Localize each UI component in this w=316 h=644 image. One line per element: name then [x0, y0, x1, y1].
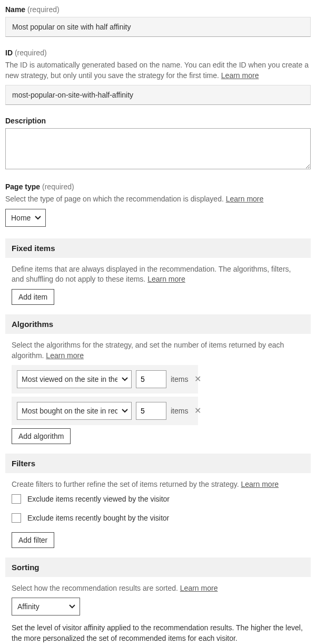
remove-icon[interactable]: ✕: [192, 407, 203, 415]
id-helper: The ID is automatically generated based …: [5, 60, 311, 81]
algorithm-row: Most bought on the site in recent items …: [12, 397, 198, 425]
add-filter-button[interactable]: Add filter: [12, 532, 54, 548]
filters-helper: Create filters to further refine the set…: [12, 479, 304, 490]
items-label: items: [171, 407, 188, 415]
chevron-down-icon: [122, 377, 128, 381]
name-input[interactable]: [5, 17, 311, 37]
add-algorithm-button[interactable]: Add algorithm: [12, 428, 71, 444]
items-label: items: [171, 375, 188, 383]
id-learn-link[interactable]: Learn more: [221, 71, 259, 80]
filters-header: Filters: [5, 454, 311, 473]
id-input[interactable]: [5, 85, 311, 105]
sorting-header: Sorting: [5, 558, 311, 577]
exclude-bought-label: Exclude items recently bought by the vis…: [27, 514, 169, 522]
sorting-select[interactable]: Affinity: [12, 598, 80, 616]
sorting-learn-link[interactable]: Learn more: [180, 584, 218, 592]
fixed-helper: Define items that are always displayed i…: [12, 264, 304, 285]
chevron-down-icon: [69, 604, 75, 609]
description-input[interactable]: [5, 128, 311, 169]
chevron-down-icon: [122, 409, 128, 413]
algorithm-select[interactable]: Most bought on the site in recent: [17, 402, 132, 420]
algorithms-helper: Select the algorithms for the strategy, …: [12, 340, 304, 361]
pagetype-label: Page type (required): [5, 182, 311, 191]
algorithms-learn-link[interactable]: Learn more: [46, 351, 84, 360]
pagetype-select[interactable]: Home: [5, 209, 46, 227]
algorithm-row: Most viewed on the site in the past item…: [12, 365, 198, 393]
exclude-bought-checkbox[interactable]: [12, 513, 21, 523]
exclude-viewed-checkbox[interactable]: [12, 494, 21, 504]
affinity-helper: Set the level of visitor affinity applie…: [12, 623, 304, 643]
id-label: ID (required): [5, 49, 311, 57]
fixed-items-header: Fixed items: [5, 238, 311, 258]
description-label: Description: [5, 117, 311, 125]
name-label: Name (required): [5, 5, 311, 14]
chevron-down-icon: [35, 216, 41, 220]
pagetype-learn-link[interactable]: Learn more: [226, 195, 264, 203]
algorithm-count-input[interactable]: [136, 402, 166, 420]
algorithms-header: Algorithms: [5, 314, 311, 334]
exclude-viewed-label: Exclude items recently viewed by the vis…: [27, 495, 170, 503]
filters-learn-link[interactable]: Learn more: [241, 480, 279, 488]
pagetype-helper: Select the type of page on which the rec…: [5, 194, 311, 205]
fixed-learn-link[interactable]: Learn more: [147, 275, 185, 283]
sorting-helper: Select how the recommendation results ar…: [12, 583, 304, 594]
algorithm-count-input[interactable]: [136, 370, 166, 388]
remove-icon[interactable]: ✕: [192, 375, 203, 383]
add-item-button[interactable]: Add item: [12, 289, 54, 305]
algorithm-select[interactable]: Most viewed on the site in the past: [17, 370, 132, 388]
